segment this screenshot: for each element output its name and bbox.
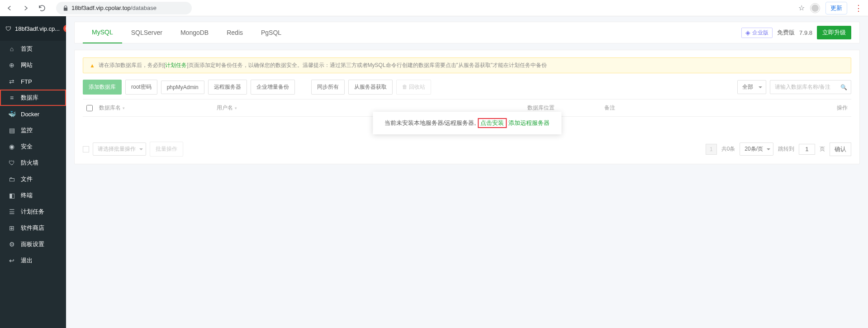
sidebar-icon: ◉ xyxy=(8,143,15,150)
select-all-checkbox[interactable] xyxy=(86,105,93,111)
free-version-label: 免费版 xyxy=(777,29,795,37)
sidebar-item-11[interactable]: ⊞软件商店 xyxy=(0,220,66,236)
sidebar-item-label: 数据库 xyxy=(21,94,38,102)
tab-mysql[interactable]: MySQL xyxy=(83,22,122,43)
current-page: 1 xyxy=(706,144,717,155)
page-unit: 页 xyxy=(820,145,825,153)
sidebar-item-13[interactable]: ↩退出 xyxy=(0,252,66,269)
tabs-bar: MySQLSQLServerMongoDBRedisPgSQL ◈企业版 免费版… xyxy=(74,22,860,43)
tab-redis[interactable]: Redis xyxy=(218,22,252,43)
backup-notice: ▲ 请在添加数据库后，务必到[计划任务]页面添加定时备份任务，以确保您的数据安全… xyxy=(83,57,851,73)
table-footer: 请选择批量操作 批量操作 1 共0条 20条/页 跳转到 页 确认 xyxy=(83,142,851,157)
sidebar: 🛡 18bf3adf.vip.cp... 0 ⌂首页⊕网站⇄FTP≡数据库🐳Do… xyxy=(0,16,66,328)
page-size-select[interactable]: 20条/页 xyxy=(740,143,773,156)
main: MySQLSQLServerMongoDBRedisPgSQL ◈企业版 免费版… xyxy=(66,16,868,328)
sidebar-item-label: 文件 xyxy=(21,175,33,183)
back-button[interactable] xyxy=(4,2,15,14)
sidebar-item-label: 监控 xyxy=(21,126,33,134)
sidebar-icon: ▤ xyxy=(8,127,15,134)
sidebar-item-12[interactable]: ⚙面板设置 xyxy=(0,236,66,252)
lock-icon xyxy=(62,5,69,11)
sidebar-icon: ↩ xyxy=(8,257,15,264)
more-menu-icon[interactable]: ⋮ xyxy=(853,3,864,13)
sidebar-item-6[interactable]: ◉安全 xyxy=(0,138,66,155)
install-prompt-overlay: 当前未安装本地服务器/远程服务器, 点击安装 添加远程服务器 xyxy=(373,112,561,134)
sidebar-icon: ≡ xyxy=(8,94,15,101)
sidebar-item-label: 安全 xyxy=(21,143,33,151)
sidebar-item-1[interactable]: ⊕网站 xyxy=(0,57,66,73)
footer-checkbox xyxy=(83,146,89,152)
tab-sqlserver[interactable]: SQLServer xyxy=(122,22,171,43)
sidebar-icon: 🗀 xyxy=(8,176,15,183)
sidebar-icon: ⊕ xyxy=(8,62,15,69)
sidebar-item-10[interactable]: ☰计划任务 xyxy=(0,204,66,220)
notice-plan-link[interactable]: 计划任务 xyxy=(165,62,187,68)
url-host: 18bf3adf.vip.cpolar.top xyxy=(71,5,131,11)
search-icon: 🔍 xyxy=(840,84,847,90)
content-panel: ▲ 请在添加数据库后，务必到[计划任务]页面添加定时备份任务，以确保您的数据安全… xyxy=(74,50,860,164)
version-number: 7.9.8 xyxy=(799,29,812,36)
sidebar-icon: ⚙ xyxy=(8,241,15,248)
total-count: 共0条 xyxy=(721,145,735,153)
browser-update-button[interactable]: 更新 xyxy=(825,2,847,14)
reload-button[interactable] xyxy=(36,2,48,14)
fetch-from-server-button[interactable]: 从服务器获取 xyxy=(348,80,393,95)
tab-pgsql[interactable]: PgSQL xyxy=(252,22,290,43)
tab-mongodb[interactable]: MongoDB xyxy=(171,22,218,43)
sidebar-item-0[interactable]: ⌂首页 xyxy=(0,41,66,57)
sidebar-item-5[interactable]: ▤监控 xyxy=(0,122,66,138)
jump-page-input[interactable] xyxy=(799,144,815,155)
jump-label: 跳转到 xyxy=(778,145,794,153)
phpmyadmin-button[interactable]: phpMyAdmin xyxy=(161,81,204,94)
diamond-icon: ◈ xyxy=(745,29,750,36)
trash-icon: 🗑 xyxy=(402,84,409,90)
sidebar-host[interactable]: 🛡 18bf3adf.vip.cp... 0 xyxy=(0,16,66,41)
incremental-backup-button[interactable]: 企业增量备份 xyxy=(251,80,295,95)
db-toolbar: 添加数据库 root密码 phpMyAdmin 远程服务器 企业增量备份 同步所… xyxy=(83,80,851,95)
sidebar-host-label: 18bf3adf.vip.cp... xyxy=(15,25,60,32)
remote-server-button[interactable]: 远程服务器 xyxy=(208,80,247,95)
sidebar-item-3[interactable]: ≡数据库 xyxy=(0,90,66,106)
profile-avatar[interactable] xyxy=(810,3,820,13)
sidebar-icon: 🐳 xyxy=(8,110,15,118)
sidebar-item-label: 防火墙 xyxy=(21,159,38,167)
sidebar-item-label: 退出 xyxy=(21,257,33,265)
sidebar-item-4[interactable]: 🐳Docker xyxy=(0,106,66,122)
sort-icon[interactable]: ▾ xyxy=(123,106,125,110)
sidebar-icon: ◧ xyxy=(8,192,15,199)
recycle-bin-button[interactable]: 🗑 回收站 xyxy=(396,80,431,95)
sidebar-icon: ⇄ xyxy=(8,78,15,85)
sidebar-item-7[interactable]: 🛡防火墙 xyxy=(0,155,66,171)
bookmark-icon[interactable]: ☆ xyxy=(798,4,805,12)
sidebar-item-label: 首页 xyxy=(21,45,33,53)
sidebar-item-8[interactable]: 🗀文件 xyxy=(0,171,66,187)
forward-button[interactable] xyxy=(20,2,32,14)
sidebar-item-label: 面板设置 xyxy=(21,240,44,248)
url-path: /database xyxy=(131,5,157,11)
batch-action-select[interactable]: 请选择批量操作 xyxy=(93,143,146,156)
sidebar-icon: ⌂ xyxy=(8,45,15,52)
search-input[interactable]: 请输入数据库名称/备注 🔍 xyxy=(770,80,851,94)
batch-action-button[interactable]: 批量操作 xyxy=(150,142,183,157)
install-link[interactable]: 点击安装 xyxy=(478,118,507,128)
root-password-button[interactable]: root密码 xyxy=(125,80,157,95)
sidebar-item-label: 计划任务 xyxy=(21,208,44,216)
add-remote-server-link[interactable]: 添加远程服务器 xyxy=(508,119,550,127)
jump-confirm-button[interactable]: 确认 xyxy=(830,143,851,156)
upgrade-button[interactable]: 立即升级 xyxy=(817,26,851,39)
sidebar-item-label: 网站 xyxy=(21,61,33,69)
sidebar-item-9[interactable]: ◧终端 xyxy=(0,187,66,204)
add-database-button[interactable]: 添加数据库 xyxy=(83,80,122,95)
sidebar-item-label: FTP xyxy=(21,78,32,85)
filter-select[interactable]: 全部 xyxy=(737,80,766,94)
address-bar[interactable]: 18bf3adf.vip.cpolar.top/database xyxy=(56,2,192,14)
sidebar-item-label: 软件商店 xyxy=(21,224,44,232)
sort-icon[interactable]: ▾ xyxy=(235,106,237,110)
enterprise-badge[interactable]: ◈企业版 xyxy=(741,28,773,38)
warning-icon: ▲ xyxy=(90,62,95,69)
sidebar-item-2[interactable]: ⇄FTP xyxy=(0,73,66,90)
shield-icon: 🛡 xyxy=(5,25,11,32)
sync-all-button[interactable]: 同步所有 xyxy=(311,80,345,95)
sidebar-icon: ⊞ xyxy=(8,224,15,232)
sidebar-item-label: Docker xyxy=(21,111,39,118)
